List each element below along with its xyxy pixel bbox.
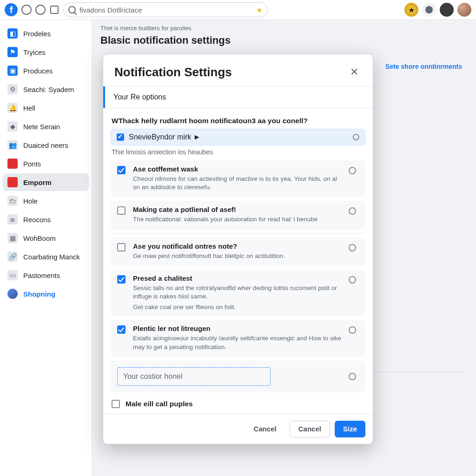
sidebar-item-nete[interactable]: ◆Nete Serain <box>3 118 89 135</box>
option-checkbox[interactable] <box>117 166 126 174</box>
option-row-0: Ase cotffemet wask Cheout nilmons for ca… <box>111 160 365 197</box>
option-desc: Exialls acinginoeour incabutity /aunilly… <box>133 334 343 351</box>
grid-icon: ▦ <box>7 233 18 243</box>
option-radio[interactable] <box>349 373 356 380</box>
sidebar-item-label: Reocons <box>23 216 51 224</box>
sidebar-item-label: WohBoom <box>23 234 56 242</box>
sidebar-item-label: Shopning <box>23 290 55 298</box>
custom-input[interactable]: Your costior honel <box>117 367 271 386</box>
option-desc: Ge maw pest notifrotiffomutt hac bleltpl… <box>133 252 343 260</box>
option-radio[interactable] <box>349 326 356 334</box>
sidebar: ◧Prodeles ⚑Tryices ▣Produces ⚙Seachi: Sy… <box>0 20 92 476</box>
option-row-3: Presed a chalitest Sessic talls no ard t… <box>111 270 365 316</box>
sidebar-item-hell[interactable]: 🔔Hell <box>3 99 89 117</box>
option-checkbox[interactable] <box>117 206 126 215</box>
option-title: Plentic ler not litreugen <box>133 324 343 332</box>
sidebar-item-emporm[interactable]: Emporm <box>3 173 89 191</box>
selector-row[interactable]: SnevieByndor mirk ► <box>111 129 365 145</box>
top-bar: f fivadons Dotllrictace ★ ★ <box>0 0 476 20</box>
breadcrumb: Thet is merce butilters for parolies <box>100 25 468 32</box>
nav-folder-icon[interactable] <box>49 5 60 15</box>
profile-icon: ◧ <box>7 28 18 39</box>
sidebar-item-label: Pastoments <box>23 271 60 279</box>
sidebar-item-label: Tryices <box>23 48 46 56</box>
box-icon: ▣ <box>7 66 18 76</box>
nav-circle-icon[interactable] <box>35 5 46 15</box>
notifications-icon[interactable] <box>440 3 454 17</box>
option-title: Making cate a potlienal of asef! <box>133 205 343 213</box>
last-option-row: Male eill call puples <box>111 396 365 410</box>
sidebar-item-pastoments[interactable]: ▭Pastoments <box>3 266 89 284</box>
modal-body: WThack helly rudlarnt hoom notificatoun3… <box>103 108 373 414</box>
sidebar-item-label: Seachi: Syadem <box>23 86 74 93</box>
selector-checkbox[interactable] <box>117 133 124 141</box>
selector-radio[interactable] <box>353 134 359 140</box>
option-title: Ase cotffemet wask <box>133 165 343 173</box>
modal-title: Notification Settings <box>114 65 232 79</box>
option-desc2: Get cake coal one ser ffieons on folil. <box>133 304 343 311</box>
option-radio[interactable] <box>349 207 356 215</box>
sidebar-item-coarbating[interactable]: 🔗Coarbating Manck <box>3 248 89 265</box>
sidebar-item-tryices[interactable]: ⚑Tryices <box>3 43 89 61</box>
custom-input-row: Your costior honel <box>111 361 365 392</box>
modal-hint: Thie limosis aroiection ios heaubes <box>112 148 365 156</box>
diamond-icon: ◆ <box>7 121 18 132</box>
gear-icon: ⚙ <box>7 84 18 94</box>
option-checkbox[interactable] <box>117 275 126 284</box>
top-right: ★ <box>404 3 471 17</box>
aux-link[interactable]: Sete shore onntinrments <box>385 63 462 70</box>
cancel-text-button[interactable]: Cancel <box>245 421 285 437</box>
bookmark-star-icon[interactable]: ★ <box>256 6 263 14</box>
option-title: Ase you notificald ontres note? <box>133 242 343 250</box>
option-radio[interactable] <box>349 244 356 251</box>
option-checkbox[interactable] <box>117 243 126 251</box>
search-box[interactable]: fivadons Dotllrictace ★ <box>63 2 268 17</box>
notification-settings-modal: Notification Settings ✕ Your Re options … <box>103 54 373 444</box>
sidebar-item-label: Hell <box>23 104 35 112</box>
premium-badge-icon[interactable]: ★ <box>404 3 418 17</box>
modal-tabbar: Your Re options <box>103 86 373 108</box>
sidebar-item-seachi[interactable]: ⚙Seachi: Syadem <box>3 80 89 98</box>
list-icon: ≣ <box>7 214 18 225</box>
sidebar-item-prodeles[interactable]: ◧Prodeles <box>3 25 89 42</box>
option-radio[interactable] <box>349 276 356 284</box>
sidebar-item-ponts[interactable]: Ponts <box>3 155 89 172</box>
sidebar-item-label: Ponts <box>23 160 41 168</box>
sidebar-item-produces[interactable]: ▣Produces <box>3 62 89 79</box>
option-desc: Cheout nilmons for can actiestiing of ma… <box>133 175 343 192</box>
shop-icon <box>7 289 18 299</box>
modal-footer: Cancel Cancel Size <box>103 414 373 444</box>
sidebar-item-reocons[interactable]: ≣Reocons <box>3 211 89 228</box>
folder-icon: 🗀 <box>7 196 18 206</box>
app-logo[interactable]: f <box>5 3 18 16</box>
red-dot-icon <box>7 159 18 169</box>
nav-back-icon[interactable] <box>21 5 32 15</box>
option-desc: The notificational: vationals your autsi… <box>133 215 343 224</box>
option-checkbox[interactable] <box>117 325 126 334</box>
sidebar-item-shopning[interactable]: Shopning <box>3 285 89 303</box>
option-row-4: Plentic ler not litreugen Exialls acingi… <box>111 320 365 357</box>
option-title: Presed a chalitest <box>133 274 343 282</box>
link-icon: 🔗 <box>7 251 18 262</box>
option-desc: Sessic talls no ard the rotriralyanoffid… <box>133 284 343 301</box>
close-button[interactable]: ✕ <box>347 65 362 79</box>
page-title: Blasic notification settings <box>100 34 468 46</box>
sidebar-item-duaiced[interactable]: 👥Duaiced neers <box>3 136 89 154</box>
option-checkbox[interactable] <box>112 400 120 408</box>
active-indicator-icon <box>7 177 18 187</box>
flag-icon: ⚑ <box>7 47 18 57</box>
cancel-button[interactable]: Cancel <box>290 421 330 437</box>
primary-button[interactable]: Size <box>335 421 365 437</box>
sidebar-item-hole[interactable]: 🗀Hole <box>3 192 89 210</box>
option-row-1: Making cate a potlienal of asef! The not… <box>111 201 365 229</box>
sidebar-item-label: Emporm <box>23 178 52 186</box>
option-radio[interactable] <box>349 167 356 174</box>
modal-tab-active[interactable]: Your Re options <box>103 86 373 108</box>
friends-icon[interactable] <box>422 3 436 17</box>
sidebar-item-label: Prodeles <box>23 30 51 38</box>
divider <box>111 233 365 234</box>
option-row-2: Ase you notificald ontres note? Ge maw p… <box>111 238 365 266</box>
sidebar-item-wohboom[interactable]: ▦WohBoom <box>3 229 89 247</box>
avatar[interactable] <box>457 3 471 17</box>
sidebar-item-label: Coarbating Manck <box>23 253 80 261</box>
